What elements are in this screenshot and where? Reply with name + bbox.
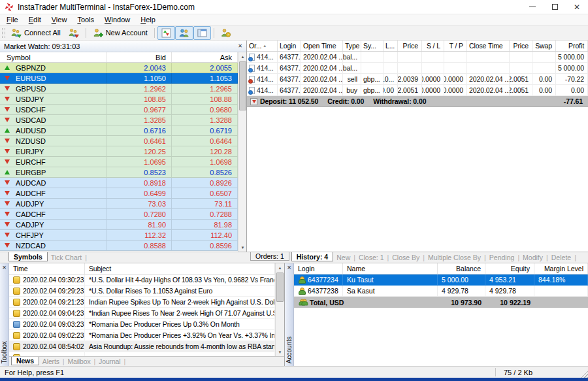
market-watch-row-audchf[interactable]: AUDCHF0.64990.6507 — [0, 188, 238, 199]
market-watch-toggle-button[interactable] — [157, 26, 175, 40]
tab-multiple-close-by[interactable]: Multiple Close By — [425, 252, 484, 263]
market-watch-row-eurusd[interactable]: EURUSD1.10501.1053 — [0, 73, 238, 84]
close-panel-icon[interactable]: ✕ — [287, 265, 291, 271]
market-watch-row-audusd[interactable]: AUDUSD0.67160.6719 — [0, 125, 238, 136]
market-watch-row-nzdusd[interactable]: NZDUSD0.64610.6464 — [0, 136, 238, 146]
news-row[interactable]: 2020.02.04 09:02:23*Romania Dec Producer… — [9, 330, 275, 341]
tab-delete[interactable]: Delete — [548, 252, 574, 263]
history-row[interactable]: 414...64377...2020.02.04 ...sellgbp...10… — [247, 74, 588, 85]
scroll-up-icon[interactable]: ▲ — [238, 52, 246, 61]
title-bar[interactable]: InstaTrader MultiTerminal - InstaForex-1… — [0, 0, 588, 14]
news-row[interactable]: 2020.02.04 09:21:23Indian Rupee Spikes U… — [9, 297, 275, 308]
tab-close-by[interactable]: Close By — [389, 252, 423, 263]
history-row[interactable]: 414...64377...2020.02.04 ...bal...5 000.… — [247, 52, 588, 63]
market-watch-scrollbar[interactable]: ▲ ▼ — [238, 52, 246, 252]
tab-pending[interactable]: Pending — [486, 252, 518, 263]
history-column-header-11[interactable]: Swap — [532, 41, 556, 51]
menu-item-window[interactable]: Window — [99, 16, 135, 24]
tab-close-1[interactable]: Close: 1 — [355, 252, 387, 263]
history-column-header-5[interactable]: L... — [384, 41, 398, 51]
tab-history-4[interactable]: History: 4 — [291, 252, 333, 261]
news-row[interactable]: 2020.02.04 09:30:23*U.S. Dollar Hit 4-da… — [9, 274, 275, 286]
history-column-header-3[interactable]: Type — [343, 41, 361, 51]
market-watch-row-audcad[interactable]: AUDCAD0.89180.8926 — [0, 178, 238, 188]
accounts-column-header-2[interactable]: Balance — [438, 263, 485, 274]
menu-item-edit[interactable]: Edit — [24, 16, 46, 24]
news-row[interactable]: 2020.02.04 09:04:23*Indian Rupee Rises T… — [9, 308, 275, 319]
news-row[interactable]: 2020.02.04 09:29:23*U.S. Dollar Rises To… — [9, 286, 275, 297]
close-button[interactable]: ✕ — [566, 0, 588, 14]
resize-grip[interactable] — [580, 369, 588, 378]
scrollbar-thumb[interactable] — [276, 273, 284, 302]
toolbar-drag-handle[interactable] — [2, 28, 5, 38]
connect-all-button[interactable]: Connect All — [7, 26, 65, 40]
minimize-button[interactable] — [521, 0, 544, 14]
scroll-down-icon[interactable]: ▼ — [238, 243, 246, 252]
menu-item-help[interactable]: Help — [135, 16, 161, 24]
disconnect-all-button[interactable] — [65, 26, 83, 40]
market-watch-row-eurchf[interactable]: EURCHF1.06951.0698 — [0, 157, 238, 167]
tab-modify[interactable]: Modify — [519, 252, 546, 263]
close-panel-icon[interactable]: ✕ — [2, 265, 7, 271]
history-column-header-10[interactable]: Price — [510, 41, 532, 51]
history-row[interactable]: 414...64377...2020.02.04 ...buygbp...0.0… — [247, 85, 588, 96]
market-watch-row-usdjpy[interactable]: USDJPY108.85108.88 — [0, 94, 238, 105]
account-row-64377238[interactable]: 64377238Sa Kasut4 929.784 929.78 — [294, 286, 588, 297]
accounts-toggle-button[interactable] — [175, 26, 193, 40]
tab-alerts[interactable]: Alerts — [39, 357, 63, 366]
market-watch-row-eurjpy[interactable]: EURJPY120.25120.28 — [0, 146, 238, 157]
market-watch-row-audjpy[interactable]: AUDJPY73.0373.11 — [0, 199, 238, 209]
tab-symbols[interactable]: Symbols — [8, 252, 48, 261]
column-header-subject[interactable]: Subject — [85, 263, 275, 274]
history-column-header-2[interactable]: Open Time — [301, 41, 343, 51]
history-column-header-4[interactable]: Sy... — [361, 41, 384, 51]
market-watch-row-eurgbp[interactable]: EURGBP0.85230.8526 — [0, 167, 238, 178]
news-row[interactable]: 2020.02.04 09:03:23*Romania Dec Producer… — [9, 319, 275, 330]
accounts-column-header-4[interactable]: Margin Level — [534, 263, 588, 274]
tab-tick-chart[interactable]: Tick Chart — [48, 252, 85, 263]
accounts-column-header-1[interactable]: Name — [343, 263, 438, 274]
news-scrollbar[interactable]: ▲ ▼ — [275, 263, 284, 356]
accounts-column-header-0[interactable]: Login — [294, 263, 343, 274]
history-column-header-1[interactable]: Login — [278, 41, 301, 51]
new-account-button[interactable]: New Account — [89, 26, 152, 40]
market-watch-row-gbpnzd[interactable]: GBPNZD2.00432.0055 — [0, 63, 238, 73]
history-column-header-6[interactable]: Price — [398, 41, 422, 51]
market-watch-row-usdcad[interactable]: USDCAD1.32851.3288 — [0, 115, 238, 125]
options-button[interactable] — [217, 26, 235, 40]
tab-journal[interactable]: Journal — [95, 357, 123, 366]
toolbox-caption-strip[interactable]: ✕ Toolbox — [0, 263, 9, 366]
menu-item-file[interactable]: File — [1, 16, 24, 24]
history-column-header-8[interactable]: T / P — [444, 41, 467, 51]
tab-orders-1[interactable]: Orders: 1 — [250, 252, 289, 261]
maximize-button[interactable] — [544, 0, 566, 14]
history-column-header-0[interactable]: Or...▲ — [247, 41, 278, 51]
column-header-symbol[interactable]: Symbol — [0, 52, 106, 62]
market-watch-row-cadchf[interactable]: CADCHF0.72800.7288 — [0, 209, 238, 220]
column-header-time[interactable]: Time — [9, 263, 85, 274]
market-watch-row-usdchf[interactable]: USDCHF0.96770.9680 — [0, 105, 238, 115]
accounts-caption-strip[interactable]: ✕ Accounts — [285, 263, 294, 366]
news-row[interactable]: 2020.02.04 08:54:02Asia Roundup: Aussie … — [9, 341, 275, 352]
market-watch-caption[interactable]: Market Watch: 09:31:03 ✕ — [0, 41, 246, 52]
history-column-header-9[interactable]: Close Time — [467, 41, 510, 51]
column-header-ask[interactable]: Ask — [172, 52, 238, 62]
tab-news[interactable]: News — [11, 357, 39, 365]
tab-new[interactable]: New — [333, 252, 353, 263]
history-summary-row[interactable]: Deposit: 11 052.50 Credit: 0.00 Withdraw… — [247, 96, 588, 107]
market-watch-row-chfjpy[interactable]: CHFJPY112.32112.40 — [0, 230, 238, 240]
column-header-bid[interactable]: Bid — [106, 52, 172, 62]
market-watch-row-cadjpy[interactable]: CADJPY81.9081.98 — [0, 220, 238, 230]
scroll-up-icon[interactable]: ▲ — [276, 263, 284, 272]
menu-item-view[interactable]: View — [46, 16, 73, 24]
tab-mailbox[interactable]: Mailbox — [64, 357, 93, 366]
history-column-header-12[interactable]: Profit — [556, 41, 588, 51]
accounts-column-header-3[interactable]: Equity — [485, 263, 534, 274]
account-row-64377234[interactable]: 64377234Ku Tasut5 000.004 953.21844.18% — [294, 274, 588, 286]
history-column-header-7[interactable]: S / L — [422, 41, 444, 51]
close-panel-icon[interactable]: ✕ — [238, 44, 242, 49]
market-watch-row-nzdcad[interactable]: NZDCAD0.85880.8596 — [0, 240, 238, 251]
menu-item-tools[interactable]: Tools — [72, 16, 99, 24]
scroll-down-icon[interactable]: ▼ — [276, 348, 284, 356]
history-row[interactable]: 414...64377...2020.02.04 ...bal...5 000.… — [247, 63, 588, 74]
